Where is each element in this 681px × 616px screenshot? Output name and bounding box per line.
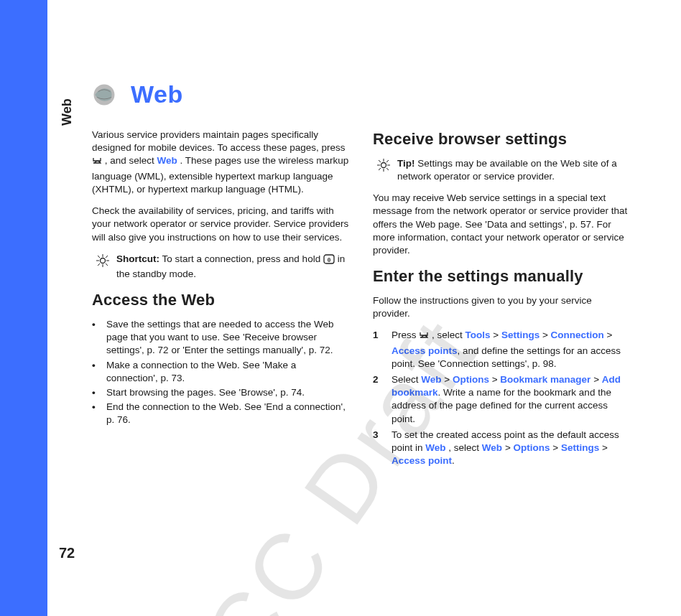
svg-point-20	[381, 162, 386, 167]
svg-line-19	[379, 168, 381, 170]
text: >	[491, 330, 501, 340]
zero-key-icon: 0	[323, 254, 335, 268]
svg-line-6	[106, 263, 108, 266]
access-web-list: Save the settings that are needed to acc…	[92, 318, 350, 427]
manual-steps-list: 1 Press , select Tools > Settings > Conn…	[373, 329, 631, 467]
link-access-point[interactable]: Access point	[392, 455, 452, 466]
link-options[interactable]: Options	[453, 374, 489, 385]
page-number: 72	[59, 545, 75, 561]
link-web[interactable]: Web	[421, 374, 441, 385]
text: To start a connection, press and hold	[159, 253, 323, 264]
intro-paragraph-2: Check the availability of services, pric…	[92, 205, 350, 244]
link-access-points[interactable]: Access points	[392, 345, 458, 356]
right-column: Receive browser settings	[373, 129, 631, 477]
link-bookmark-manager[interactable]: Bookmark manager	[500, 374, 590, 385]
page-title: Web	[131, 80, 183, 108]
tip-callout: Tip! Settings may be available on the We…	[373, 157, 631, 183]
shortcut-label: Shortcut:	[116, 253, 159, 264]
sidebar	[0, 0, 47, 616]
tip-icon	[377, 159, 392, 183]
tip-label: Tip!	[397, 158, 415, 169]
text: Press	[392, 330, 419, 340]
step-number: 2	[373, 373, 384, 426]
text: >	[599, 442, 608, 453]
list-item: Select Web > Options > Bookmark manager …	[392, 373, 631, 426]
page-content: Web Various service providers maintain p…	[92, 80, 631, 477]
title-row: Web	[92, 80, 631, 108]
link-web[interactable]: Web	[157, 155, 177, 166]
text: Settings may be available on the Web sit…	[397, 158, 617, 182]
left-column: Various service providers maintain pages…	[92, 129, 350, 477]
svg-point-9	[101, 258, 106, 263]
heading-enter-manually: Enter the settings manually	[373, 266, 631, 287]
svg-line-8	[98, 263, 100, 266]
link-settings[interactable]: Settings	[501, 330, 539, 340]
svg-text:0: 0	[328, 256, 331, 263]
link-web[interactable]: Web	[425, 442, 445, 453]
globe-icon	[92, 83, 116, 107]
list-item: To set the created access point as the d…	[392, 429, 631, 468]
receive-paragraph: You may receive Web service settings in …	[373, 192, 631, 257]
section-tab-label: Web	[60, 98, 75, 126]
text: Select	[392, 374, 421, 385]
shortcut-callout: Shortcut: To start a connection, press a…	[92, 253, 350, 281]
follow-instructions: Follow the instructions given to you by …	[373, 294, 631, 320]
list-item: Save the settings that are needed to acc…	[106, 318, 350, 358]
text: , and select	[105, 155, 157, 166]
text: >	[590, 374, 601, 385]
link-options[interactable]: Options	[514, 442, 550, 453]
text: , select	[448, 442, 482, 453]
svg-line-16	[379, 160, 381, 162]
link-settings[interactable]: Settings	[561, 442, 599, 453]
list-item: Press , select Tools > Settings > Connec…	[392, 329, 631, 370]
menu-key-icon	[92, 156, 102, 169]
step-number: 3	[373, 429, 384, 468]
link-web[interactable]: Web	[482, 442, 502, 453]
tip-icon	[96, 254, 111, 281]
text: , select	[432, 330, 465, 340]
step-number: 1	[373, 329, 384, 370]
text: >	[550, 442, 561, 453]
svg-line-18	[386, 160, 389, 162]
text: .	[452, 455, 455, 466]
heading-receive-settings: Receive browser settings	[373, 129, 631, 150]
svg-line-7	[106, 256, 108, 258]
svg-line-17	[386, 168, 389, 170]
link-connection[interactable]: Connection	[551, 330, 604, 340]
heading-access-web: Access the Web	[92, 289, 350, 311]
list-item: Make a connection to the Web. See 'Make …	[106, 359, 350, 385]
svg-line-5	[98, 256, 100, 258]
menu-key-icon	[419, 330, 429, 344]
text: >	[489, 374, 500, 385]
text: >	[604, 330, 613, 340]
list-item: Start browsing the pages. See 'Browse', …	[106, 386, 305, 399]
text: >	[539, 330, 550, 340]
text: Various service providers maintain pages…	[92, 129, 345, 153]
text: >	[502, 442, 513, 453]
intro-paragraph-1: Various service providers maintain pages…	[92, 129, 350, 196]
list-item: End the connection to the Web. See 'End …	[106, 401, 350, 426]
link-tools[interactable]: Tools	[465, 330, 491, 340]
text: >	[442, 374, 453, 385]
